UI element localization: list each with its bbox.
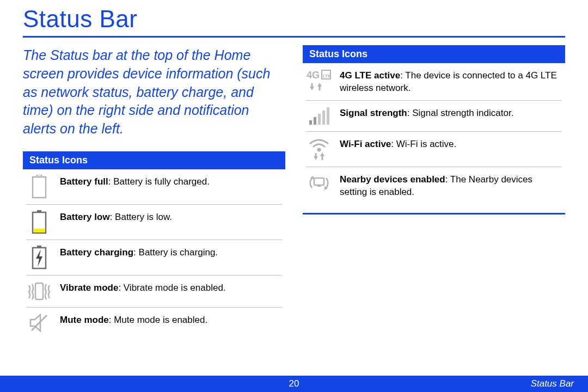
status-item: Vibrate mode: Vibrate mode is enabled. [23,275,285,307]
svg-rect-28 [314,178,324,185]
status-item: Battery full: Battery is fully charged. [23,169,285,204]
intro-text: The Status bar at the top of the Home sc… [23,46,285,138]
svg-marker-7 [36,249,42,267]
battery-low-icon [26,210,52,234]
left-column: The Status bar at the top of the Home sc… [23,45,285,338]
svg-marker-26 [320,152,324,156]
status-item: Wi-Fi active: Wi-Fi is active. [303,132,565,167]
status-item: Signal strength: Signal strength indicat… [303,101,565,131]
status-item: Mute mode: Mute mode is enabled. [23,308,285,338]
svg-marker-16 [317,83,322,87]
svg-text:4G: 4G [307,70,320,81]
status-item: Nearby devices enabled: The Nearby devic… [303,167,565,204]
page-footer: 20 Status Bar [0,376,588,392]
svg-rect-25 [315,153,317,157]
status-item: 4G LTE 4G LTE active: The device is conn… [303,63,565,100]
svg-rect-17 [319,86,321,90]
battery-full-icon [26,175,52,199]
vibrate-mode-icon [26,281,52,302]
4g-lte-icon: 4G LTE [306,69,332,93]
page-title: Status Bar [23,0,565,36]
svg-rect-8 [35,283,43,299]
svg-rect-4 [34,229,45,232]
status-item-text: Battery full: Battery is fully charged. [60,175,210,188]
mute-mode-icon [26,313,52,333]
status-item-text: Battery low: Battery is low. [60,210,172,224]
svg-marker-24 [314,156,318,160]
right-column: Status Icons 4G LTE 4G LTE active: The d… [303,45,565,338]
status-item-text: Vibrate mode: Vibrate mode is enabled. [60,281,226,295]
svg-rect-21 [322,111,325,125]
status-item-text: Battery charging: Battery is charging. [60,246,218,259]
svg-rect-27 [322,156,323,160]
status-item-text: Nearby devices enabled: The Nearby devic… [340,173,562,199]
wifi-active-icon [306,137,332,161]
signal-strength-icon [306,106,332,126]
svg-rect-15 [311,83,313,87]
svg-rect-18 [309,120,312,125]
svg-line-10 [32,315,47,330]
right-section-heading: Status Icons [303,45,565,63]
status-item-text: Wi-Fi active: Wi-Fi is active. [340,137,456,151]
right-end-rule [303,213,565,215]
left-section-heading: Status Icons [23,151,285,169]
footer-section-label: Status Bar [531,378,574,389]
svg-rect-22 [327,107,329,125]
status-item: Battery charging: Battery is charging. [23,240,285,275]
status-item: Battery low: Battery is low. [23,205,285,240]
svg-text:LTE: LTE [323,74,331,78]
svg-rect-20 [318,114,321,125]
status-item-text: Signal strength: Signal strength indicat… [340,106,513,120]
status-item-text: 4G LTE active: The device is connected t… [340,69,562,95]
nearby-devices-icon [306,173,332,194]
svg-marker-14 [310,87,314,90]
battery-charging-icon [26,246,52,270]
svg-rect-19 [314,117,316,125]
page-number: 20 [289,378,299,389]
svg-point-23 [317,148,321,151]
svg-rect-1 [33,177,46,198]
svg-rect-29 [317,185,321,187]
title-rule [23,36,565,38]
status-item-text: Mute mode: Mute mode is enabled. [60,313,207,327]
